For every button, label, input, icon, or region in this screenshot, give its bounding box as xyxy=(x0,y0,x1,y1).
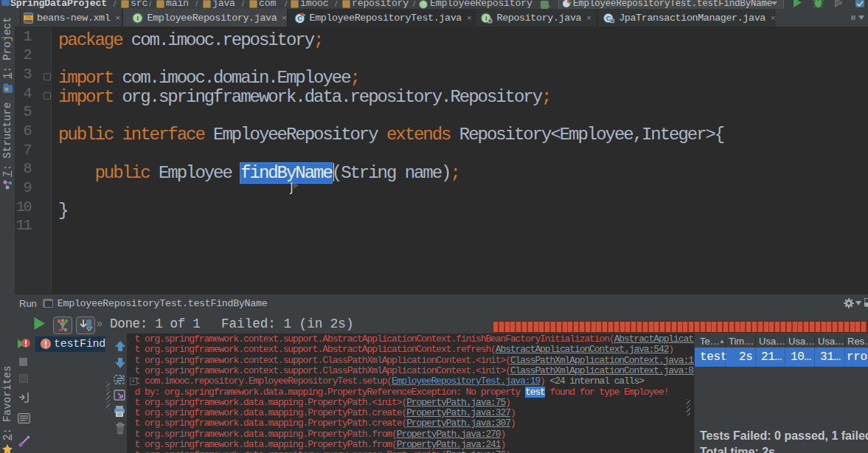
svg-text:¹: ¹ xyxy=(549,4,551,9)
svg-text:I: I xyxy=(485,13,487,21)
svg-text:<>: <> xyxy=(26,15,31,20)
svg-text:I: I xyxy=(136,13,138,21)
